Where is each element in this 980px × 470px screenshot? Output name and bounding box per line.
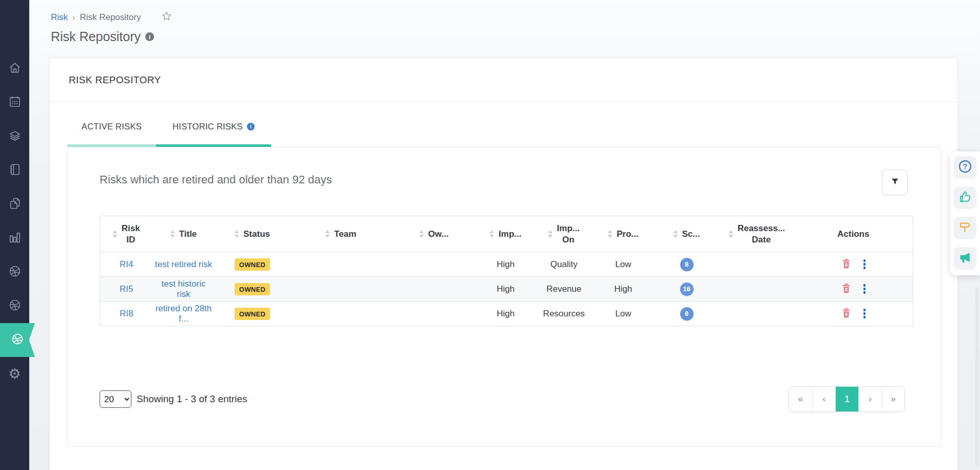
risk-title-link[interactable]: test retired risk (155, 259, 212, 269)
risk-id-link[interactable]: RI5 (120, 284, 133, 294)
page-size-select[interactable]: 20 (100, 390, 131, 408)
status-badge: OWNED (235, 258, 270, 271)
cell-impact: High (477, 302, 535, 326)
help-button[interactable]: ? (954, 156, 976, 179)
cell-impact: High (477, 277, 535, 302)
delete-button[interactable] (841, 283, 851, 295)
column-header-probability[interactable]: Pro... (593, 216, 654, 252)
prev-page-button[interactable]: ‹ (812, 387, 835, 411)
cell-reassess-date (720, 277, 794, 302)
signpost-icon (958, 220, 972, 236)
page-1-button[interactable]: 1 (835, 387, 858, 411)
delete-button[interactable] (841, 258, 851, 271)
tab-historic-risks-label: HISTORIC RISKS (172, 122, 243, 131)
guide-signpost-button[interactable] (954, 217, 976, 239)
cell-team (291, 302, 392, 326)
favorite-star-button[interactable] (161, 10, 172, 25)
sidebar-item-risk-active[interactable] (0, 323, 35, 357)
card-title: RISK REPOSITORY (69, 74, 161, 86)
kebab-menu-icon (863, 308, 866, 319)
sidebar-item-module-1[interactable] (0, 255, 29, 289)
sort-icon (113, 230, 117, 238)
column-header-risk-id[interactable]: RiskID (100, 216, 153, 252)
more-actions-button[interactable] (863, 258, 866, 270)
sort-icon (674, 230, 678, 238)
tab-bar: ACTIVE RISKS HISTORIC RISKS i (50, 102, 957, 147)
sort-icon (419, 230, 424, 238)
column-header-score[interactable]: Sc... (654, 216, 720, 252)
cell-team (291, 277, 392, 302)
page-scrollbar-thumb[interactable] (975, 287, 979, 466)
svg-text:?: ? (963, 162, 968, 171)
sort-icon (548, 230, 552, 238)
risk-title-link[interactable]: test historic risk (162, 279, 206, 299)
sidebar-item-module-2[interactable] (0, 289, 29, 323)
ball-icon (8, 265, 22, 280)
pagination: « ‹ 1 › » (789, 386, 905, 412)
cell-impact-on: Quality (535, 252, 593, 277)
column-header-team[interactable]: Team (291, 216, 392, 252)
sidebar-item-documents[interactable] (0, 187, 29, 221)
megaphone-icon (958, 250, 972, 267)
risk-title-link[interactable]: retired on 28th f... (156, 304, 212, 324)
breadcrumb-link-risk[interactable]: Risk (51, 12, 68, 23)
tab-active-risks[interactable]: ACTIVE RISKS (67, 102, 156, 147)
cell-impact-on: Resources (535, 302, 593, 326)
sidebar-item-settings[interactable]: ⚙ (0, 357, 29, 391)
more-actions-button[interactable] (863, 308, 866, 319)
historic-risks-panel: Risks which are retired and older than 9… (67, 147, 941, 447)
cell-probability: Low (593, 302, 654, 326)
cell-probability: High (593, 277, 654, 302)
sidebar-item-layers[interactable] (0, 120, 29, 154)
filter-button[interactable] (882, 170, 908, 195)
column-header-reassess-date[interactable]: Reassess...Date (720, 216, 794, 252)
calendar-icon (8, 95, 22, 110)
showing-entries-text: Showing 1 - 3 of 3 entries (137, 393, 247, 405)
page-title-info-icon[interactable]: i (145, 32, 154, 41)
last-page-button[interactable]: » (881, 387, 905, 411)
announcements-button[interactable] (954, 247, 976, 270)
sidebar-item-reports[interactable] (0, 221, 29, 255)
delete-button[interactable] (841, 308, 851, 320)
cell-reassess-date (720, 252, 794, 277)
historic-risks-info-icon[interactable]: i (247, 123, 255, 130)
cell-owner (392, 252, 477, 277)
cell-owner (392, 277, 477, 302)
feedback-button[interactable] (954, 186, 976, 209)
risk-id-link[interactable]: RI4 (120, 259, 133, 269)
ball-icon (8, 298, 22, 314)
sort-icon (170, 230, 175, 238)
table-row: RI8 retired on 28th f... OWNED High Reso… (100, 302, 913, 326)
column-header-title[interactable]: Title (153, 216, 215, 252)
sidebar-item-home[interactable] (0, 52, 29, 86)
filter-icon (891, 177, 899, 188)
trash-icon (841, 258, 851, 271)
risk-id-link[interactable]: RI8 (120, 309, 133, 318)
tab-active-risks-label: ACTIVE RISKS (82, 122, 142, 131)
page-title: Risk Repository (51, 29, 141, 44)
status-badge: OWNED (235, 308, 270, 320)
kebab-menu-icon (863, 258, 866, 270)
trash-icon (841, 308, 851, 320)
status-badge: OWNED (235, 283, 270, 295)
column-header-impact-on[interactable]: Imp...On (535, 216, 593, 252)
gear-icon: ⚙ (8, 367, 21, 381)
cell-impact: High (477, 252, 535, 277)
more-actions-button[interactable] (863, 283, 866, 295)
next-page-button[interactable]: › (858, 387, 881, 411)
breadcrumb-current: Risk Repository (80, 12, 141, 23)
help-widget-panel: ? (950, 152, 980, 275)
column-header-status[interactable]: Status (215, 216, 291, 252)
tab-historic-risks[interactable]: HISTORIC RISKS i (156, 102, 271, 147)
column-header-impact[interactable]: Imp... (477, 216, 535, 252)
sidebar-item-notebook[interactable] (0, 154, 29, 187)
sort-icon (325, 230, 330, 238)
cell-impact-on: Revenue (535, 277, 593, 302)
sidebar-item-calendar[interactable] (0, 86, 29, 120)
cell-probability: Low (593, 252, 654, 277)
first-page-button[interactable]: « (789, 387, 812, 411)
score-badge: 8 (680, 258, 694, 271)
column-header-owner[interactable]: Ow... (392, 216, 477, 252)
sort-icon (729, 230, 733, 238)
risk-repository-card: RISK REPOSITORY ACTIVE RISKS HISTORIC RI… (49, 58, 958, 470)
